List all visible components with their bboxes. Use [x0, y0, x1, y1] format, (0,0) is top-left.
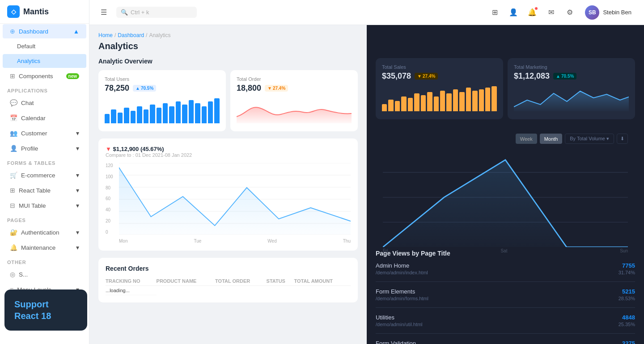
- users-bar-chart: [105, 96, 220, 123]
- orders-table: TRACKING NO PRODUCT NAME TOTAL ORDER STA…: [106, 277, 351, 295]
- stat-marketing-badge-text: 70.5%: [561, 74, 574, 79]
- sidebar-item-mui-table[interactable]: ⊟ MUI Table ▾: [3, 198, 86, 213]
- support-popup[interactable]: Support React 18: [4, 289, 87, 331]
- notification-button[interactable]: 🔔: [525, 5, 539, 20]
- bar-segment: [421, 95, 426, 111]
- pv-item-0: Admin Home /demo/admin/index.html 7755 3…: [376, 262, 635, 282]
- right-section-label: [376, 50, 635, 55]
- avatar: SB: [585, 5, 599, 20]
- sidebar-logo[interactable]: ◇ Mantis: [0, 0, 89, 24]
- sidebar-item-react-table[interactable]: ⊞ React Table ▾: [3, 183, 86, 197]
- x-axis-mon: Mon: [119, 239, 127, 243]
- stat-card-users: Total Users 78,250 ▲ 70.5%: [98, 70, 226, 131]
- month-button[interactable]: Month: [540, 134, 563, 144]
- bar-segment: [169, 106, 174, 124]
- dark-income-line-chart: [383, 147, 628, 247]
- pv-url-2: /demo/admin/util.html: [376, 322, 423, 327]
- bar-segment: [414, 93, 419, 111]
- stat-users-value-row: 78,250 ▲ 70.5%: [105, 84, 220, 93]
- income-stat: ▼ $1,12,900 (45.67%): [106, 146, 192, 152]
- week-button[interactable]: Week: [516, 134, 537, 144]
- chat-icon: 💬: [10, 99, 17, 106]
- breadcrumb-current: Analytics: [149, 32, 170, 38]
- dark-x-sat: Sat: [500, 248, 507, 253]
- stat-users-badge: ▲ 70.5%: [133, 85, 156, 92]
- order-area-chart: [237, 96, 352, 123]
- user-switch-button[interactable]: 👤: [506, 5, 521, 20]
- sidebar-item-components[interactable]: ⊞ Components new: [3, 69, 86, 83]
- bar-segment: [182, 105, 187, 123]
- profile-icon: 👤: [10, 145, 17, 152]
- sidebar-item-customer[interactable]: 👥 Customer ▾: [3, 126, 86, 140]
- sidebar-item-analytics[interactable]: Analytics: [3, 54, 86, 68]
- dark-income-chart-area: Fri Sat Sun: [383, 147, 628, 247]
- bar-segment: [105, 114, 110, 123]
- sidebar-item-maintenance[interactable]: 🔔 Maintenance ▾: [3, 240, 86, 255]
- sample-icon: ◎: [10, 271, 15, 278]
- calendar-icon: 📅: [10, 114, 17, 122]
- marketing-area-chart: [514, 84, 629, 111]
- volume-button[interactable]: By Total Volume ▾: [565, 134, 614, 144]
- y-axis-label-80: 80: [106, 185, 118, 190]
- breadcrumb-home[interactable]: Home: [98, 32, 113, 38]
- mail-button[interactable]: ✉: [544, 5, 558, 20]
- sidebar-item-chat[interactable]: 💬 Chat: [3, 96, 86, 110]
- bar-segment: [388, 100, 393, 111]
- pv-pct-0: 31.74%: [619, 270, 635, 275]
- topbar-right: ⊞ 👤 🔔 ✉ ⚙ SB Stebin Ben: [487, 4, 635, 21]
- sidebar-item-authentication[interactable]: 🔐 Authentication ▾: [3, 225, 86, 239]
- sidebar-item-sample[interactable]: ◎ S...: [3, 267, 86, 281]
- app-name: Mantis: [23, 7, 49, 17]
- income-overview-card: ▼ $1,12,900 (45.67%) Compare to : 01 Dec…: [98, 138, 358, 251]
- income-down-arrow: ▼: [106, 146, 111, 152]
- analytic-overview-title: Analytic Overview: [98, 58, 358, 65]
- col-status: STATUS: [267, 277, 294, 286]
- sales-bar-chart: [382, 84, 497, 111]
- customer-icon: 👥: [10, 130, 17, 137]
- up-arrow-marketing: ▲: [556, 74, 560, 79]
- bar-segment: [401, 96, 406, 111]
- dark-x-sun: Sun: [620, 248, 628, 253]
- bar-segment: [485, 88, 490, 111]
- grid-button[interactable]: ⊞: [487, 5, 502, 20]
- support-title: Support React 18: [14, 298, 77, 322]
- pane-right: Total Sales $35,078 ▼ 27.4% Total Market…: [367, 25, 644, 344]
- stat-order-value: 18,800: [237, 84, 261, 93]
- download-button[interactable]: ⬇: [617, 134, 628, 144]
- components-badge: new: [66, 73, 79, 79]
- download-icon: ⬇: [620, 136, 624, 141]
- x-axis-tue: Tue: [194, 239, 201, 243]
- sidebar-item-profile[interactable]: 👤 Profile ▾: [3, 141, 86, 155]
- sidebar-item-calendar[interactable]: 📅 Calendar: [3, 111, 86, 125]
- page-views-section: Page Views by Page Title Admin Home /dem…: [376, 250, 635, 344]
- stat-users-badge-text: 70.5%: [141, 86, 153, 91]
- stat-order-badge: ▼ 27.4%: [265, 85, 288, 92]
- user-profile-button[interactable]: SB Stebin Ben: [581, 4, 635, 21]
- sidebar-item-ecommerce[interactable]: 🛒 E-commerce ▾: [3, 168, 86, 182]
- sidebar-sample-label: S...: [19, 271, 28, 278]
- content-area: Home / Dashboard / Analytics Analytics A…: [89, 25, 644, 344]
- menu-toggle-button[interactable]: ☰: [97, 5, 111, 20]
- row-tracking: ...loading...: [106, 286, 157, 295]
- bar-segment: [131, 111, 136, 123]
- income-header: ▼ $1,12,900 (45.67%) Compare to : 01 Dec…: [106, 146, 351, 158]
- breadcrumb-dashboard[interactable]: Dashboard: [118, 32, 144, 38]
- sidebar-item-dashboard[interactable]: ⊕ Dashboard ▲: [3, 24, 86, 38]
- bar-segment: [466, 88, 471, 111]
- stat-sales-label: Total Sales: [382, 64, 497, 70]
- up-arrow-icon: ▲: [136, 86, 140, 91]
- col-total-amount: TOTAL AMOUNT: [294, 277, 351, 286]
- bar-segment: [479, 89, 484, 111]
- chevron-down-icon-maint: ▾: [76, 244, 79, 251]
- pv-pct-1: 28.53%: [619, 296, 635, 301]
- sidebar-item-default[interactable]: Default: [3, 39, 86, 53]
- settings-button[interactable]: ⚙: [563, 5, 577, 20]
- sidebar-profile-label: Profile: [21, 145, 38, 152]
- bar-segment: [472, 91, 477, 111]
- col-product: PRODUCT NAME: [157, 277, 215, 286]
- search-box[interactable]: 🔍 Ctrl + k: [116, 7, 197, 18]
- bar-segment: [157, 108, 161, 123]
- bar-segment: [208, 101, 213, 123]
- ecommerce-icon: 🛒: [10, 172, 17, 179]
- breadcrumb-sep2: /: [146, 32, 147, 38]
